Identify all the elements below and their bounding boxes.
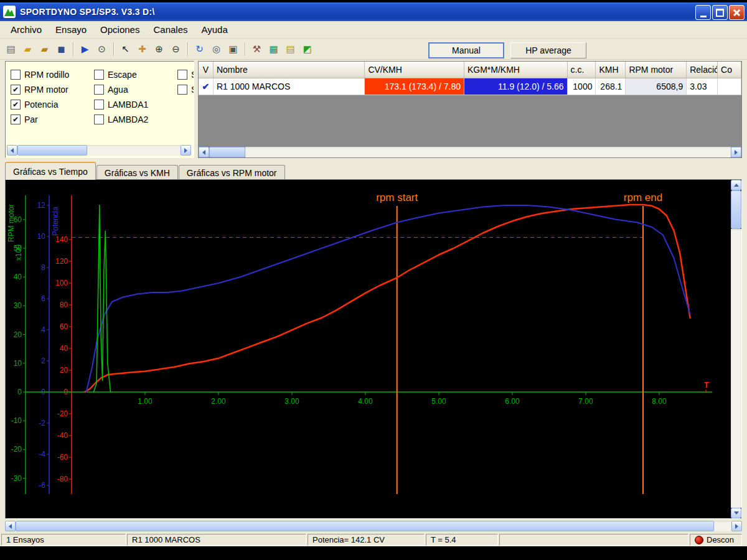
channel-checkbox[interactable] <box>94 85 104 95</box>
channel-item-s[interactable]: S <box>177 82 194 97</box>
timer-icon[interactable]: ⊙ <box>93 41 110 57</box>
table-cell-nombre[interactable]: R1 1000 MARCOS <box>214 78 365 95</box>
column-header-rpm-motor[interactable]: RPM motor <box>626 62 687 78</box>
channel-item-escape[interactable]: Escape <box>94 67 148 82</box>
column-header-relaci[interactable]: Relació <box>687 62 718 78</box>
open-tests-icon[interactable]: ▰ <box>36 41 53 57</box>
svg-text:-10: -10 <box>11 416 22 425</box>
svg-text:T: T <box>704 380 709 390</box>
save-icon[interactable]: ◼ <box>53 41 70 57</box>
main-hscrollbar[interactable] <box>5 521 742 531</box>
scroll-down-button[interactable] <box>731 508 741 518</box>
table-cell-kmh[interactable]: 268.1 <box>596 78 626 95</box>
graph-window-icon[interactable]: ▦ <box>265 41 282 57</box>
channel-item-agua[interactable]: Agua <box>94 82 148 97</box>
scrollbar-thumb[interactable] <box>16 521 714 531</box>
channel-item-lambda2[interactable]: LAMBDA2 <box>94 112 148 127</box>
svg-text:1.00: 1.00 <box>138 397 153 406</box>
scrollbar-track[interactable] <box>714 521 731 531</box>
manual-button[interactable]: Manual <box>428 42 504 58</box>
column-header-c-c[interactable]: c.c. <box>568 62 596 78</box>
channel-checkbox[interactable]: ✔ <box>11 114 21 124</box>
chart-vscrollbar[interactable] <box>731 180 741 518</box>
channel-item-par[interactable]: ✔Par <box>11 112 69 127</box>
scrollbar-thumb[interactable] <box>209 147 245 157</box>
menu-item-ensayo[interactable]: Ensayo <box>49 22 93 37</box>
column-header-cv-kmh[interactable]: CV/KMH <box>365 62 464 78</box>
scrollbar-track[interactable] <box>245 147 731 157</box>
tab-gr-ficas-vs-rpm-motor[interactable]: Gráficas vs RPM motor <box>179 165 285 180</box>
channels-hscrollbar[interactable] <box>7 145 191 156</box>
scrollbar-track[interactable] <box>87 145 181 156</box>
table-cell-co[interactable] <box>718 78 741 95</box>
new-test-icon[interactable]: ▤ <box>2 41 19 57</box>
scroll-left-button[interactable] <box>7 145 17 156</box>
rpm-end-marker[interactable]: rpm end <box>624 192 662 494</box>
channel-checkbox[interactable] <box>11 70 21 80</box>
close-button[interactable] <box>729 5 745 20</box>
export-graph-icon[interactable]: ◩ <box>299 41 316 57</box>
scroll-left-button[interactable] <box>5 521 16 531</box>
notes-icon[interactable]: ▤ <box>282 41 299 57</box>
open-folder-icon[interactable]: ▰ <box>19 41 36 57</box>
menu-item-opciones[interactable]: Opciones <box>93 22 146 37</box>
print-preview-icon[interactable]: ◎ <box>208 41 225 57</box>
channel-checkbox[interactable] <box>94 114 104 124</box>
scroll-right-button[interactable] <box>181 145 191 156</box>
scroll-right-button[interactable] <box>731 147 741 157</box>
refresh-icon[interactable]: ↻ <box>191 41 208 57</box>
channel-checkbox[interactable]: ✔ <box>11 85 21 95</box>
start-test-icon[interactable]: ▶ <box>77 41 93 57</box>
column-header-co[interactable]: Co <box>718 62 741 78</box>
scroll-up-button[interactable] <box>731 180 741 190</box>
channel-item-lambda1[interactable]: LAMBDA1 <box>94 97 148 112</box>
tab-gr-ficas-vs-kmh[interactable]: Gráficas vs KMH <box>96 165 178 180</box>
tab-gr-ficas-vs-tiempo[interactable]: Gráficas vs Tiempo <box>5 162 96 180</box>
pan-hand-icon[interactable]: ✚ <box>134 41 151 57</box>
table-cell-cv-kmh[interactable]: 173.1 (173.4) / 7.80 <box>365 78 464 95</box>
cursor-icon[interactable]: ↖ <box>117 41 134 57</box>
table-cell-rpm-motor[interactable]: 6508,9 <box>626 78 687 95</box>
menu-item-canales[interactable]: Canales <box>146 22 194 37</box>
channel-checkbox[interactable]: ✔ <box>11 100 21 110</box>
table-row[interactable]: ✔R1 1000 MARCOS173.1 (173.4) / 7.8011.9 … <box>199 78 741 95</box>
rpm-start-marker[interactable]: rpm start <box>376 192 418 494</box>
minimize-button[interactable] <box>695 5 711 20</box>
scroll-right-button[interactable] <box>731 521 742 531</box>
channel-label: S <box>191 70 194 80</box>
dyno-chart[interactable]: 6050403020100-10-20-30121086420-2-4-6140… <box>6 180 731 518</box>
statusbar: 1 EnsayosR1 1000 MARCOSPotencia= 142.1 C… <box>0 533 747 546</box>
zoom-in-icon[interactable]: ⊕ <box>151 41 167 57</box>
channel-item-potencia[interactable]: ✔Potencia <box>11 97 69 112</box>
channel-item-rpm-rodillo[interactable]: RPM rodillo <box>11 67 69 82</box>
menu-item-ayuda[interactable]: Ayuda <box>195 22 235 37</box>
column-header-kgm-m-kmh[interactable]: KGM*M/KMH <box>464 62 568 78</box>
channel-item-s[interactable]: S <box>177 67 194 82</box>
column-header-kmh[interactable]: KMH <box>596 62 626 78</box>
table-hscrollbar[interactable] <box>199 147 741 157</box>
channel-checkbox[interactable] <box>177 70 187 80</box>
scrollbar-thumb[interactable] <box>731 190 741 229</box>
row-check-icon[interactable]: ✔ <box>199 78 214 95</box>
table-cell-relaci[interactable]: 3.03 <box>687 78 718 95</box>
channel-item-rpm-motor[interactable]: ✔RPM motor <box>11 82 69 97</box>
print-icon[interactable]: ▣ <box>225 41 242 57</box>
column-header-v[interactable]: V <box>199 62 214 78</box>
table-cell-kgm-m-kmh[interactable]: 11.9 (12.0) / 5.66 <box>464 78 568 95</box>
scroll-left-button[interactable] <box>199 147 209 157</box>
tools-icon[interactable]: ⚒ <box>248 41 265 57</box>
svg-text:-40: -40 <box>57 431 68 440</box>
channel-checkbox[interactable] <box>94 70 104 80</box>
menu-item-archivo[interactable]: Archivo <box>4 22 49 37</box>
restore-button[interactable] <box>712 5 728 20</box>
column-header-nombre[interactable]: Nombre <box>214 62 365 78</box>
scrollbar-thumb[interactable] <box>17 145 87 156</box>
hp-average-button[interactable]: HP average <box>510 42 586 58</box>
table-cell-c-c[interactable]: 1000 <box>568 78 596 95</box>
channel-checkbox[interactable] <box>177 85 187 95</box>
channel-checkbox[interactable] <box>94 100 104 110</box>
scrollbar-track[interactable] <box>731 229 741 508</box>
zoom-out-icon[interactable]: ⊖ <box>167 41 184 57</box>
app-logo-icon <box>3 6 16 18</box>
channel-label: Par <box>24 114 38 124</box>
